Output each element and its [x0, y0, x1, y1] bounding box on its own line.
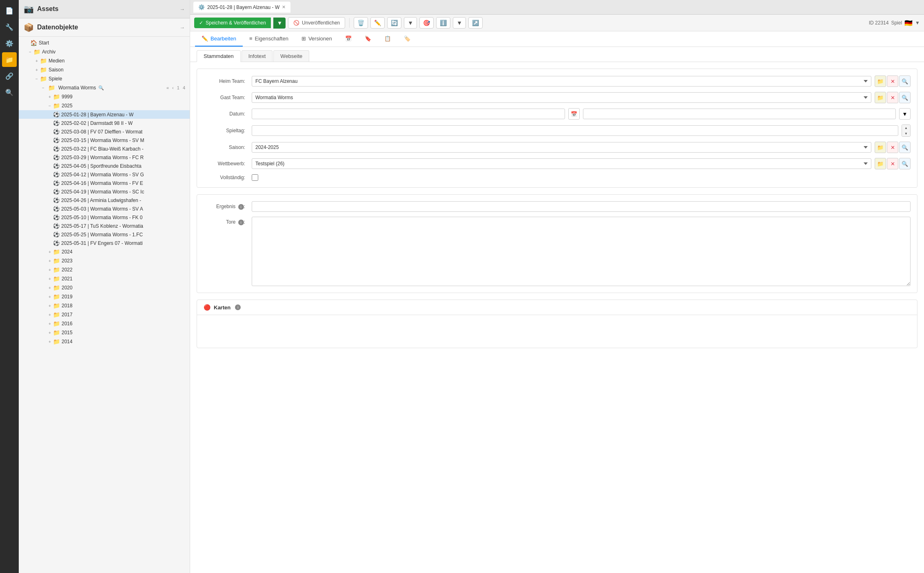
tree-item-2014[interactable]: + 📁 2014: [19, 337, 190, 346]
toggle-2015[interactable]: +: [47, 329, 53, 336]
info-dropdown-button[interactable]: ▼: [453, 17, 466, 29]
ergebnis-info-icon[interactable]: i: [238, 204, 244, 210]
tree-item-g8[interactable]: ⚽ 2025-04-12 | Wormatia Worms - SV G: [19, 170, 190, 179]
subtab-stammdaten[interactable]: Stammdaten: [197, 50, 241, 62]
toggle-spiele[interactable]: −: [33, 76, 40, 82]
tab-bearbeiten[interactable]: ✏️ Bearbeiten: [195, 31, 243, 47]
language-dropdown[interactable]: ▼: [915, 20, 920, 26]
expand-start[interactable]: [24, 40, 30, 46]
gast-team-folder-btn[interactable]: 📁: [875, 92, 886, 103]
subtab-infotext[interactable]: Infotext: [242, 50, 273, 62]
heim-team-search-btn[interactable]: 🔍: [899, 76, 911, 87]
toggle-wormatia[interactable]: −: [40, 84, 47, 91]
sidebar-item-tools[interactable]: 🔧: [2, 20, 17, 34]
spieltag-input[interactable]: [252, 125, 898, 136]
tree-item-g11[interactable]: ⚽ 2025-04-26 | Arminia Ludwigshafen -: [19, 196, 190, 204]
unpublish-button[interactable]: 🚫 Unveröffentlichen: [288, 17, 345, 29]
tab-close-button[interactable]: ✕: [282, 4, 286, 10]
heim-team-delete-btn[interactable]: ✕: [887, 76, 898, 87]
tree-item-2015[interactable]: + 📁 2015: [19, 328, 190, 337]
publish-dropdown-button[interactable]: ▼: [273, 18, 286, 29]
ergebnis-input[interactable]: [252, 201, 911, 212]
refresh-dropdown-button[interactable]: ▼: [404, 17, 417, 29]
datum-date-input[interactable]: 2025-01-28: [252, 109, 565, 119]
spieltag-up[interactable]: ▲: [902, 125, 910, 131]
heim-team-folder-btn[interactable]: 📁: [875, 76, 886, 87]
nav-first[interactable]: «: [165, 85, 170, 91]
tree-item-medien[interactable]: + 📁 Medien: [19, 56, 190, 65]
heim-team-select[interactable]: FC Bayern Alzenau: [252, 76, 871, 87]
tree-item-g16[interactable]: ⚽ 2025-05-31 | FV Engers 07 - Wormati: [19, 239, 190, 247]
gast-team-delete-btn[interactable]: ✕: [887, 92, 898, 103]
toggle-2023[interactable]: +: [47, 258, 53, 264]
gast-team-search-btn[interactable]: 🔍: [899, 92, 911, 103]
wettbewerb-folder-btn[interactable]: 📁: [875, 158, 886, 169]
toggle-2017[interactable]: +: [47, 311, 53, 318]
saison-folder-btn[interactable]: 📁: [875, 142, 886, 153]
tree-item-2020[interactable]: + 📁 2020: [19, 283, 190, 292]
publish-button[interactable]: ✓ Speichern & Veröffentlichen: [194, 18, 271, 28]
assets-arrow[interactable]: →: [179, 6, 185, 12]
tree-item-g12[interactable]: ⚽ 2025-05-03 | Wormatia Worms - SV A: [19, 204, 190, 213]
toggle-archiv[interactable]: −: [27, 49, 33, 55]
delete-button[interactable]: 🗑️: [354, 17, 368, 29]
vollstaendig-checkbox[interactable]: [252, 174, 258, 181]
tore-textarea[interactable]: [252, 217, 911, 286]
tree-item-wormatia[interactable]: − 📁 Wormatia Worms 🔍 « ‹ 1 4: [19, 83, 190, 92]
tree-item-spiele[interactable]: − 📁 Spiele: [19, 74, 190, 83]
active-tab[interactable]: ⚙️ 2025-01-28 | Bayern Alzenau - W ✕: [193, 2, 290, 13]
tree-item-g3[interactable]: ⚽ 2025-03-08 | FV 07 Diefflen - Wormat: [19, 127, 190, 136]
info-button[interactable]: ℹ️: [436, 17, 450, 29]
tree-item-2018[interactable]: + 📁 2018: [19, 301, 190, 310]
tab-bookmark[interactable]: 🔖: [358, 31, 378, 47]
toggle-2025[interactable]: −: [47, 102, 53, 109]
tree-item-9999[interactable]: + 📁 9999: [19, 92, 190, 101]
tree-item-2025[interactable]: − 📁 2025: [19, 101, 190, 110]
nav-prev[interactable]: ‹: [171, 85, 175, 91]
toggle-2016[interactable]: +: [47, 320, 53, 327]
tree-item-g2[interactable]: ⚽ 2025-02-02 | Darmstadt 98 II - W: [19, 119, 190, 127]
gast-team-select[interactable]: Wormatia Worms: [252, 92, 871, 103]
tab-tags[interactable]: 🏷️: [397, 31, 417, 47]
tree-item-2022[interactable]: + 📁 2022: [19, 265, 190, 274]
tore-info-icon[interactable]: i: [238, 220, 244, 225]
tree-item-g10[interactable]: ⚽ 2025-04-19 | Wormatia Worms - SC Ic: [19, 187, 190, 196]
edit-button[interactable]: ✏️: [370, 17, 385, 29]
flag-icon[interactable]: 🇩🇪: [904, 19, 913, 27]
datum-time-dropdown[interactable]: ▼: [899, 108, 911, 120]
toggle-saison[interactable]: +: [33, 67, 40, 73]
saison-select[interactable]: 2024-2025: [252, 142, 871, 153]
spieltag-down[interactable]: ▼: [902, 131, 910, 136]
toggle-2019[interactable]: +: [47, 293, 53, 300]
tree-item-g1[interactable]: ⚽ 2025-01-28 | Bayern Alzenau - W: [19, 110, 190, 119]
tree-item-g7[interactable]: ⚽ 2025-04-05 | Sportfreunde Eisbachta: [19, 162, 190, 170]
sidebar-item-pages[interactable]: 📄: [2, 3, 17, 18]
tree-item-2016[interactable]: + 📁 2016: [19, 319, 190, 328]
toggle-9999[interactable]: +: [47, 93, 53, 100]
tree-item-2024[interactable]: + 📁 2024: [19, 247, 190, 256]
datum-calendar-btn[interactable]: 📅: [568, 108, 580, 120]
tree-item-g5[interactable]: ⚽ 2025-03-22 | FC Blau-Weiß Karbach -: [19, 144, 190, 153]
wettbewerb-select[interactable]: Testspiel (26): [252, 158, 871, 169]
karten-info-icon[interactable]: i: [235, 304, 241, 310]
target-button[interactable]: 🎯: [419, 17, 434, 29]
saison-search-btn[interactable]: 🔍: [899, 142, 911, 153]
datum-time-input[interactable]: 19:00: [583, 109, 896, 119]
tree-item-g15[interactable]: ⚽ 2025-05-25 | Wormatia Worms - 1.FC: [19, 230, 190, 239]
tab-calendar[interactable]: 📅: [339, 31, 358, 47]
tab-versionen[interactable]: ⊞ Versionen: [295, 31, 339, 47]
tree-item-2019[interactable]: + 📁 2019: [19, 292, 190, 301]
sidebar-item-assets[interactable]: 📁: [2, 52, 17, 67]
toggle-2021[interactable]: +: [47, 275, 53, 282]
tree-item-g14[interactable]: ⚽ 2025-05-17 | TuS Koblenz - Wormatia: [19, 222, 190, 230]
tree-item-saison[interactable]: + 📁 Saison: [19, 65, 190, 74]
tree-item-2023[interactable]: + 📁 2023: [19, 256, 190, 265]
toggle-2018[interactable]: +: [47, 302, 53, 309]
refresh-button[interactable]: 🔄: [387, 17, 401, 29]
tree-item-archiv[interactable]: − 📁 Archiv: [19, 47, 190, 56]
toggle-2014[interactable]: +: [47, 338, 53, 345]
toggle-medien[interactable]: +: [33, 58, 40, 64]
toggle-2020[interactable]: +: [47, 284, 53, 291]
sidebar-item-settings[interactable]: ⚙️: [2, 36, 17, 51]
tab-eigenschaften[interactable]: ≡ Eigenschaften: [243, 31, 295, 47]
